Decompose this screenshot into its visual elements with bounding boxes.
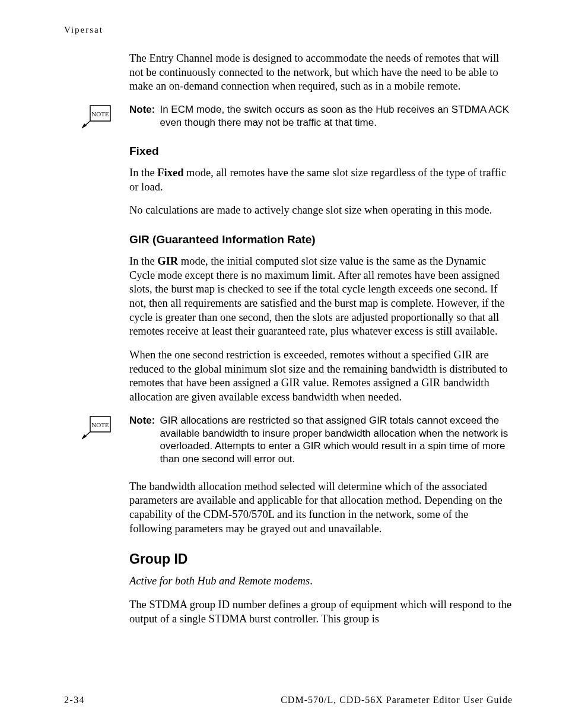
note-body: GIR allocations are restricted so that a… [155, 414, 513, 466]
gir-para-1: In the GIR mode, the initial computed sl… [129, 255, 513, 339]
group-id-para: The STDMA group ID number defines a grou… [129, 598, 513, 626]
group-id-subtitle: Active for both Hub and Remote modems. [129, 574, 513, 589]
gir-para-2: When the one second restriction is excee… [129, 348, 513, 405]
gir-heading: GIR (Guaranteed Information Rate) [129, 233, 513, 246]
note-label: Note: [129, 414, 155, 466]
allocation-paragraph: The bandwidth allocation method selected… [129, 480, 513, 536]
fixed-heading: Fixed [129, 145, 513, 158]
note-block-2: NOTE Note: GIR allocations are restricte… [64, 414, 513, 466]
page-footer: 2-34 CDM-570/L, CDD-56X Parameter Editor… [64, 695, 513, 705]
note-icon-text: NOTE [91, 421, 109, 428]
intro-paragraph: The Entry Channel mode is designed to ac… [129, 52, 513, 94]
note-label: Note: [129, 103, 155, 129]
fixed-para-1: In the Fixed mode, all remotes have the … [129, 166, 513, 194]
page-header: Vipersat [64, 25, 513, 35]
note-block-1: NOTE Note: In ECM mode, the switch occur… [64, 103, 513, 129]
note-icon-text: NOTE [91, 110, 109, 117]
note-icon: NOTE [64, 414, 129, 440]
note-body: In ECM mode, the switch occurs as soon a… [155, 103, 513, 129]
footer-title: CDM-570/L, CDD-56X Parameter Editor User… [281, 695, 513, 705]
page-number: 2-34 [64, 695, 85, 705]
group-id-heading: Group ID [129, 551, 513, 567]
fixed-para-2: No calculations are made to actively cha… [129, 204, 513, 218]
note-icon: NOTE [64, 103, 129, 129]
